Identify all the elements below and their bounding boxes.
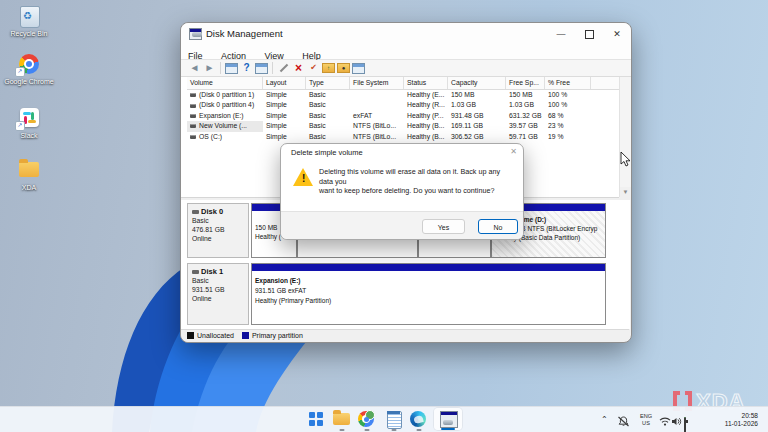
- shortcut-arrow-icon: ↗: [15, 121, 25, 131]
- desktop-icon-label: Recycle Bin: [0, 30, 58, 38]
- running-indicator: [392, 429, 397, 431]
- column-header-layout[interactable]: Layout: [263, 77, 306, 89]
- column-header-blank: [591, 77, 619, 89]
- notifications-off-bell-icon[interactable]: [617, 416, 630, 427]
- checklist-icon[interactable]: ✔: [306, 61, 321, 75]
- speaker-icon[interactable]: [671, 416, 682, 427]
- chrome-icon: [358, 411, 374, 427]
- tray-clock[interactable]: 20:58 11-01-2026: [725, 412, 758, 428]
- running-indicator: [340, 429, 345, 431]
- close-button[interactable]: ✕: [603, 23, 631, 45]
- taskbar-file-explorer[interactable]: [331, 409, 353, 429]
- forward-icon[interactable]: ►: [202, 61, 217, 75]
- column-header-status[interactable]: Status: [404, 77, 448, 89]
- volume-row[interactable]: (Disk 0 partition 1) Simple Basic Health…: [187, 90, 619, 100]
- volume-row[interactable]: (Disk 0 partition 4) Simple Basic Health…: [187, 100, 619, 110]
- volume-list-header: Volume Layout Type File System Status Ca…: [187, 77, 619, 90]
- properties-tool-icon[interactable]: [276, 61, 291, 75]
- maximize-button[interactable]: [575, 23, 603, 45]
- show-console-tree-icon[interactable]: [224, 61, 239, 75]
- shortcut-arrow-icon: ↗: [15, 67, 25, 77]
- wifi-icon[interactable]: [659, 417, 671, 426]
- running-indicator: [365, 429, 370, 431]
- maximize-icon: [585, 30, 594, 39]
- column-header-pctfree[interactable]: % Free: [545, 77, 591, 89]
- running-indicator: [417, 429, 422, 431]
- volume-row[interactable]: OS (C:) Simple Basic NTFS (BitLo... Heal…: [187, 132, 619, 142]
- desktop-icon-slack[interactable]: ↗ Slack: [0, 106, 58, 140]
- show-action-pane-icon[interactable]: [254, 61, 269, 75]
- screen: ♻ Recycle Bin ↗ Google Chrome ↗ Slack XD…: [0, 0, 768, 432]
- notepad-icon: [387, 411, 402, 429]
- volume-icon: [190, 93, 196, 97]
- desktop-icon-label: XDA: [0, 184, 58, 192]
- column-header-freespace[interactable]: Free Sp...: [506, 77, 545, 89]
- active-indicator: [441, 428, 455, 430]
- taskbar-edge[interactable]: [408, 409, 430, 429]
- language-indicator[interactable]: ENG US: [637, 413, 655, 426]
- legend-bar: Unallocated Primary partition: [181, 329, 629, 342]
- disk-management-icon: [440, 411, 458, 428]
- update-badge: [365, 410, 375, 420]
- folder-icon: [16, 158, 42, 182]
- column-header-filesystem[interactable]: File System: [350, 77, 404, 89]
- help-icon[interactable]: ?: [239, 61, 254, 75]
- dialog-footer: Yes No: [281, 211, 523, 239]
- disk1-label-box[interactable]: Disk 1 Basic 931.51 GB Online: [187, 263, 249, 325]
- slack-icon: ↗: [16, 106, 42, 130]
- desktop-icon-xda-folder[interactable]: XDA: [0, 158, 58, 192]
- warning-exclamation: !: [302, 173, 305, 184]
- column-header-capacity[interactable]: Capacity: [448, 77, 506, 89]
- recycle-bin-icon: ♻: [16, 4, 42, 28]
- volume-row[interactable]: Expansion (E:) Simple Basic exFAT Health…: [187, 111, 619, 121]
- unallocated-swatch: [187, 332, 194, 339]
- toolbar: ◄ ► ? × ✔ ↑ ●: [181, 60, 631, 77]
- taskbar-chrome[interactable]: [356, 409, 378, 429]
- minimize-button[interactable]: —: [547, 23, 575, 45]
- disk-icon: [192, 210, 199, 214]
- edge-icon: [410, 411, 426, 427]
- scroll-down-icon: ▼: [620, 187, 631, 197]
- back-icon[interactable]: ◄: [187, 61, 202, 75]
- refresh-disks-icon[interactable]: ↑: [321, 61, 336, 75]
- dialog-body: ! Deleting this volume will erase all da…: [281, 160, 523, 211]
- no-button[interactable]: No: [478, 219, 518, 234]
- file-explorer-icon: [333, 413, 350, 425]
- windows-logo-icon: [309, 412, 323, 426]
- desktop-icon-label: Google Chrome: [0, 78, 58, 86]
- column-header-volume[interactable]: Volume: [187, 77, 263, 89]
- start-button[interactable]: [306, 409, 328, 429]
- desktop-icon-recycle-bin[interactable]: ♻ Recycle Bin: [0, 4, 58, 38]
- taskbar-disk-management-active[interactable]: [434, 408, 462, 430]
- dialog-title: Delete simple volume: [291, 148, 363, 157]
- taskbar-notepad[interactable]: [383, 409, 405, 429]
- rescan-disks-icon[interactable]: ●: [336, 61, 351, 75]
- tray-chevron-up-icon[interactable]: ⌃: [601, 415, 608, 424]
- dialog-message: Deleting this volume will erase all data…: [319, 167, 509, 196]
- disk-management-app-icon: [189, 28, 202, 40]
- volume-icon: [190, 135, 196, 139]
- delete-volume-icon[interactable]: ×: [291, 61, 306, 75]
- volume-icon: [190, 104, 196, 108]
- window-titlebar[interactable]: Disk Management — ✕: [181, 23, 631, 45]
- menu-bar: File Action View Help: [181, 45, 631, 60]
- chrome-icon: ↗: [16, 52, 42, 76]
- view-options-icon[interactable]: [351, 61, 366, 75]
- desktop-icon-label: Slack: [0, 132, 58, 140]
- dialog-close-icon[interactable]: ✕: [510, 147, 517, 156]
- column-header-type[interactable]: Type: [306, 77, 350, 89]
- tray-time: 20:58: [725, 412, 758, 420]
- tray-date: 11-01-2026: [725, 420, 758, 428]
- taskbar: ⌃ ENG US 20:58 11-01-2026: [0, 406, 768, 432]
- list-scrollbar[interactable]: ▼: [619, 77, 631, 197]
- disk0-label-box[interactable]: Disk 0 Basic 476.81 GB Online: [187, 203, 249, 258]
- volume-icon: [190, 124, 196, 128]
- disk1-partition-expansion-e[interactable]: Expansion (E:) 931.51 GB exFAT Healthy (…: [251, 263, 606, 325]
- primary-partition-swatch: [242, 332, 249, 339]
- disk-icon: [192, 270, 199, 274]
- volume-row-selected[interactable]: New Volume (... Simple Basic NTFS (BitLo…: [187, 121, 619, 131]
- yes-button[interactable]: Yes: [422, 219, 465, 234]
- window-title: Disk Management: [206, 28, 283, 39]
- battery-icon[interactable]: [684, 418, 686, 432]
- desktop-icon-google-chrome[interactable]: ↗ Google Chrome: [0, 52, 58, 86]
